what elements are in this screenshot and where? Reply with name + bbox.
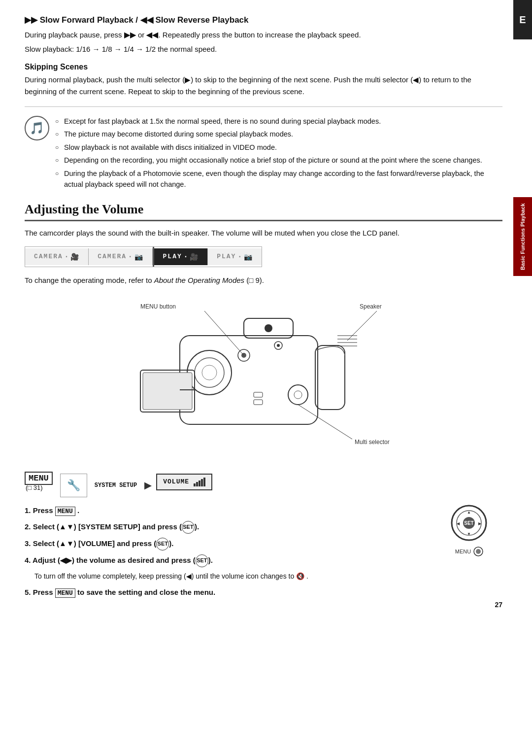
svg-text:▼: ▼ [467,532,471,536]
buttons-illustration: SET ▲ ▼ ◀ ▶ MENU [451,505,488,556]
svg-point-15 [294,391,302,399]
side-label: Basic Functions Playback [513,197,532,276]
camera-video-cam-icon: 🎥 [70,253,79,261]
svg-point-3 [202,365,217,380]
svg-text:▲: ▲ [467,510,471,515]
svg-point-2 [195,358,224,387]
menu-icon-block: 🔧 [60,474,87,497]
main-intro: The camcorder plays the sound with the b… [25,227,502,239]
svg-line-23 [347,311,377,341]
svg-rect-10 [315,345,345,410]
page-container: E Basic Functions Playback ▶▶ Slow Forwa… [0,0,532,619]
note-content: Except for fast playback at 1.5x the nor… [55,116,502,192]
svg-rect-16 [254,392,263,397]
svg-line-22 [204,311,244,355]
step-4-sub: To turn off the volume completely, keep … [34,571,502,582]
menu-row: MENU (□ 31) 🔧 SYSTEM SETUP ▶ VOLUME [25,474,502,497]
volume-label: VOLUME [163,478,189,485]
svg-rect-0 [180,336,318,424]
menu-label-block: MENU (□ 31) [25,474,53,491]
volume-bars [194,478,205,486]
svg-text:SET: SET [464,520,473,526]
section1-para1: During playback pause, press ▶▶ or ◀◀. R… [25,29,502,41]
set-button-svg: SET ▲ ▼ ◀ ▶ [451,505,488,542]
camera-video-icon: · [66,252,68,261]
svg-point-37 [476,549,481,554]
svg-point-9 [265,324,272,332]
step-4: 4. Adjust (◀▶) the volume as desired and… [25,554,502,567]
mode-buttons-container: CAMERA · 🎥 CAMERA · 📷 PLAY · 🎥 PLAY · [25,246,502,267]
svg-text:MENU button: MENU button [140,303,176,310]
system-setup-label: SYSTEM SETUP [95,482,137,489]
play-video-label: PLAY [163,253,182,260]
play-video-cam-icon: 🎥 [190,253,199,261]
divider1 [25,106,502,107]
section2-title: Skipping Scenes [25,63,502,71]
camera-photo-label: CAMERA [98,253,127,260]
camera-photo-cam-icon: 📷 [134,253,143,261]
note-item: The picture may become distorted during … [55,129,502,139]
note-item: Depending on the recording, you might oc… [55,155,502,166]
mode-note: To change the operating mode, refer to A… [25,275,502,286]
menu-ref: (□ 31) [26,484,43,491]
play-video-btn[interactable]: PLAY · 🎥 [154,248,208,265]
e-tab: E [513,0,532,39]
camcorder-diagram: MENU button Speaker Multi selector [25,296,502,464]
mode-buttons: CAMERA · 🎥 CAMERA · 📷 PLAY · 🎥 PLAY · [25,246,262,267]
camcorder-svg: MENU button Speaker Multi selector [91,296,436,464]
play-photo-label: PLAY [217,253,236,260]
step-5: 5. Press MENU to save the setting and cl… [25,586,502,599]
camera-photo-btn[interactable]: CAMERA · 📷 [89,248,152,265]
note-item: Slow playback is not available with disc… [55,142,502,153]
steps-section: SET ▲ ▼ ◀ ▶ MENU 1. Press MENU . 2. Sele… [25,505,502,599]
page-number: 27 [495,601,502,609]
set-inline-3: SET [156,538,169,550]
set-inline-4: SET [196,554,208,567]
svg-text:◀: ◀ [457,521,460,526]
camera-video-label: CAMERA [34,253,63,260]
menu-arrow: ▶ [144,480,151,491]
note-box: 🎵 Except for fast playback at 1.5x the n… [25,116,502,192]
menu-button-label: MENU [455,547,483,556]
menu-icon: 🔧 [67,479,80,492]
svg-point-14 [288,385,308,405]
step-3: 3. Select (▲▼) [VOLUME] and press (SET). [25,538,502,550]
svg-rect-17 [254,400,263,405]
section1-title: ▶▶ Slow Forward Playback / ◀◀ Slow Rever… [25,15,502,25]
camera-photo-icon: · [129,252,132,261]
step-1: 1. Press MENU . [25,505,502,517]
svg-text:Speaker: Speaker [360,303,382,310]
note-item: Except for fast playback at 1.5x the nor… [55,116,502,127]
main-heading: Adjusting the Volume [25,202,502,221]
note-item: During the playback of a Photomovie scen… [55,168,502,190]
svg-rect-5 [143,373,192,410]
svg-point-7 [277,344,280,347]
play-photo-icon: · [238,252,241,261]
svg-text:▶: ▶ [478,521,482,526]
menu-label: MENU [25,472,53,485]
menu-inline-1: MENU [55,507,75,516]
menu-inline-5: MENU [55,588,75,598]
section2-para1: During normal playback, push the multi s… [25,74,502,98]
volume-box: VOLUME [156,474,212,490]
camera-video-btn[interactable]: CAMERA · 🎥 [25,248,89,265]
svg-text:Multi selector: Multi selector [355,439,390,446]
step-2: 2. Select (▲▼) [SYSTEM SETUP] and press … [25,521,502,534]
set-inline-2: SET [182,521,195,534]
play-video-icon: · [185,252,187,261]
play-photo-btn[interactable]: PLAY · 📷 [208,248,262,265]
menu-button-mini [473,547,483,556]
play-photo-cam-icon: 📷 [244,253,253,261]
svg-point-1 [187,350,232,395]
note-icon: 🎵 [25,116,49,140]
section1-para2: Slow playback: 1/16 → 1/8 → 1/4 → 1/2 th… [25,43,502,55]
note-list: Except for fast playback at 1.5x the nor… [55,116,502,190]
